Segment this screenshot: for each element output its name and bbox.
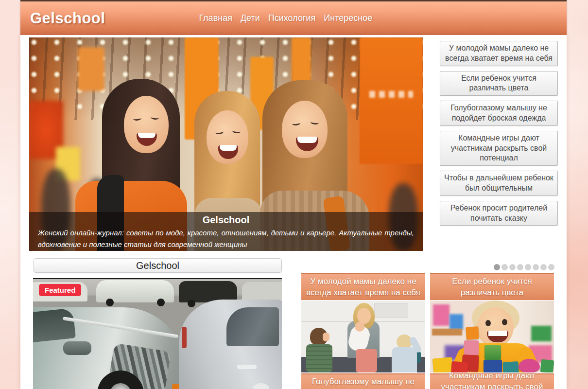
parked-car xyxy=(242,282,282,301)
mom-pants xyxy=(356,349,377,372)
card-title: У молодой мамы далеко не всегда хватает … xyxy=(301,273,425,300)
article-card-blue-eyed[interactable]: Голубоглазому малышу не подойдет броская… xyxy=(301,373,425,389)
pagination-dot-active[interactable] xyxy=(494,264,500,270)
hero-title: Gelschool xyxy=(38,214,414,226)
shelf-blur xyxy=(432,329,462,336)
toy-block xyxy=(466,326,479,340)
main-nav: Главная Дети Психология Интересное xyxy=(199,13,372,23)
nav-item-home[interactable]: Главная xyxy=(199,13,232,23)
sidebar-item-mama-time[interactable]: У молодой мамы далеко не всегда хватает … xyxy=(440,41,558,66)
card-title: Командные игры дают участникам раскрыть … xyxy=(430,373,554,389)
eye xyxy=(485,320,491,326)
article-card-mama-time[interactable]: У молодой мамы далеко не всегда хватает … xyxy=(301,273,425,372)
nav-item-psychology[interactable]: Психология xyxy=(268,13,316,23)
sidebar-item-sociable[interactable]: Чтобы в дальнейшем ребенок был общительн… xyxy=(440,171,558,196)
nav-item-children[interactable]: Дети xyxy=(241,13,260,23)
nav-item-interesting[interactable]: Интересное xyxy=(324,13,372,23)
door-handle xyxy=(237,365,257,369)
toy-block xyxy=(464,340,479,355)
car-wheel xyxy=(188,300,195,307)
side-mirror xyxy=(63,341,91,355)
content-panel: Gelschool Женский онлайн-журнал: советы … xyxy=(20,35,567,389)
sidebar-item-blue-eyed[interactable]: Голубоглазому малышу не подойдет броская… xyxy=(440,101,558,126)
featured-article[interactable]: Featured xyxy=(33,278,282,389)
pagination-dot[interactable] xyxy=(517,264,523,270)
car-wheel xyxy=(157,299,165,306)
shelf-blur xyxy=(531,326,552,341)
hero-description: Женский онлайн-журнал: советы по моде, к… xyxy=(38,227,414,250)
boy-plaid-shirt xyxy=(306,344,332,372)
card-title: Голубоглазому малышу не подойдет броская… xyxy=(301,373,425,389)
site-logo[interactable]: Gelschool xyxy=(30,10,105,27)
pagination-dot[interactable] xyxy=(509,264,516,270)
shelf-blur xyxy=(450,314,463,330)
site-header: Gelschool Главная Дети Психология Интере… xyxy=(20,0,567,35)
toddler-shirt xyxy=(392,347,417,372)
section-title: Gelschool xyxy=(34,258,282,273)
pagination-dot[interactable] xyxy=(533,264,539,270)
sidebar-item-team-games[interactable]: Командные игры дают участникам раскрыть … xyxy=(440,131,558,166)
sidebar-article-list: У молодой мамы далеко не всегда хватает … xyxy=(440,41,558,226)
featured-badge: Featured xyxy=(39,284,81,296)
hero-slide[interactable]: Gelschool Женский онлайн-журнал: советы … xyxy=(29,37,423,251)
card-title: Если ребенок учится различать цвета xyxy=(430,273,554,300)
carousel-pagination xyxy=(494,264,554,270)
sidebar-item-fairytale[interactable]: Ребенок просит родителей почитать сказку xyxy=(440,201,558,226)
wall-frame xyxy=(374,303,408,318)
orange-banner xyxy=(78,47,104,91)
toy-block xyxy=(484,345,501,360)
pagination-dot[interactable] xyxy=(548,264,554,270)
sign-text-blur xyxy=(369,91,413,98)
tail-light xyxy=(182,327,187,348)
page-container: Gelschool Главная Дети Психология Интере… xyxy=(20,0,567,389)
hero-caption: Gelschool Женский онлайн-журнал: советы … xyxy=(29,212,423,251)
card-photo-mother-children xyxy=(301,301,425,372)
eye xyxy=(502,319,507,325)
baby-head xyxy=(355,322,364,332)
pagination-dot[interactable] xyxy=(540,264,547,270)
boy-face xyxy=(323,333,329,341)
article-card-team-games[interactable]: Командные игры дают участникам раскрыть … xyxy=(430,373,554,389)
card-photo-toddler-blocks xyxy=(430,301,554,372)
car-window xyxy=(33,308,76,343)
pagination-dot[interactable] xyxy=(502,264,508,270)
pagination-dot[interactable] xyxy=(525,264,531,270)
shelf-blur xyxy=(433,304,450,326)
car-window xyxy=(226,307,279,346)
orange-wall-sign xyxy=(360,37,423,164)
sidebar-item-colors[interactable]: Если ребенок учится различать цвета xyxy=(440,71,558,96)
car-wheel xyxy=(106,299,114,306)
article-card-colors[interactable]: Если ребенок учится различать цвета xyxy=(430,273,554,372)
